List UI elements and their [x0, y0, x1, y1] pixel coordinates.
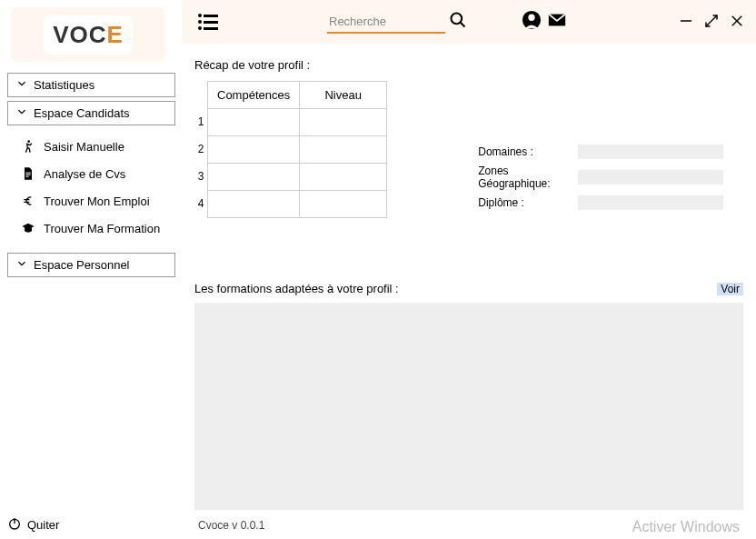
- sidebar-item-saisir[interactable]: Saisir Manuelle: [20, 133, 175, 160]
- sidebar-group-label: Statistiques: [34, 78, 94, 92]
- svg-point-11: [27, 140, 30, 143]
- main-content: Récap de votre profil : 1 2 3 4 Compéten…: [182, 49, 756, 517]
- maximize-icon[interactable]: [703, 13, 720, 33]
- table-header-niveau: Niveau: [300, 82, 387, 109]
- svg-line-8: [706, 15, 717, 26]
- footer: Cvoce v 0.0.1 Activer Windows: [182, 519, 756, 535]
- table-row: [208, 191, 387, 218]
- chevron-down-icon: [15, 77, 34, 93]
- sidebar-item-label: Trouver Ma Formation: [44, 222, 160, 235]
- run-icon: [20, 138, 36, 155]
- menu-icon[interactable]: [198, 14, 218, 30]
- logo: VOCE: [44, 15, 133, 55]
- mail-icon[interactable]: [547, 10, 567, 34]
- sidebar-item-label: Saisir Manuelle: [44, 140, 124, 154]
- svg-rect-14: [25, 176, 28, 177]
- profile-fields: Domaines : Zones Géographique: Diplôme :: [478, 145, 723, 215]
- activate-windows-watermark: Activer Windows: [632, 519, 740, 535]
- formations-title: Les formations adaptées à votre profil :: [194, 282, 399, 295]
- close-icon[interactable]: [729, 13, 745, 33]
- svg-point-5: [528, 15, 534, 21]
- field-value-domaines: [578, 145, 723, 159]
- table-row: [208, 164, 387, 191]
- recap-title: Récap de votre profil :: [194, 58, 743, 72]
- table-row: [208, 109, 387, 136]
- row-number: 2: [194, 135, 207, 163]
- quit-button[interactable]: Quiter: [7, 516, 59, 534]
- minimize-icon[interactable]: [678, 13, 694, 33]
- power-icon: [7, 516, 27, 534]
- table-row: [208, 136, 387, 164]
- user-icon[interactable]: [522, 10, 542, 34]
- svg-rect-12: [25, 173, 30, 174]
- field-label-domaines: Domaines :: [478, 145, 578, 158]
- voir-link[interactable]: Voir: [717, 283, 743, 295]
- graduation-icon: [20, 220, 36, 236]
- svg-point-2: [452, 14, 463, 25]
- sidebar-group-label: Espace Personnel: [34, 258, 130, 272]
- field-value-diplome: [578, 195, 723, 210]
- svg-line-3: [461, 23, 465, 27]
- recap-table: 1 2 3 4 Compétences Niveau: [194, 81, 387, 218]
- table-header-competences: Compétences: [208, 82, 300, 109]
- sidebar-group-label: Espace Candidats: [34, 106, 130, 120]
- sidebar-item-emploi[interactable]: Trouver Mon Emploi: [20, 187, 175, 215]
- field-label-diplome: Diplôme :: [478, 196, 578, 209]
- row-number: 4: [194, 190, 207, 217]
- sidebar-item-analyse[interactable]: Analyse de Cvs: [20, 160, 175, 187]
- search-icon[interactable]: [449, 11, 467, 33]
- field-label-zones: Zones Géographique:: [478, 165, 578, 190]
- svg-rect-13: [25, 175, 30, 175]
- logo-area: VOCE: [11, 7, 165, 62]
- top-bar: [182, 0, 756, 44]
- sidebar-item-label: Analyse de Cvs: [44, 167, 125, 181]
- chevron-down-icon: [15, 105, 34, 121]
- sidebar-item-label: Trouver Mon Emploi: [44, 195, 150, 208]
- sidebar-group-candidats[interactable]: Espace Candidats: [7, 101, 175, 125]
- sidebar: Statistiques Espace Candidats Saisir Man…: [7, 73, 175, 281]
- row-number: 3: [194, 163, 207, 190]
- sidebar-item-formation[interactable]: Trouver Ma Formation: [20, 215, 175, 242]
- document-icon: [20, 165, 36, 182]
- formations-panel: [194, 303, 743, 510]
- sidebar-group-stats[interactable]: Statistiques: [7, 73, 175, 97]
- sidebar-group-personnel[interactable]: Espace Personnel: [7, 253, 175, 277]
- quit-label: Quiter: [27, 518, 59, 532]
- euro-icon: [20, 193, 36, 209]
- version-label: Cvoce v 0.0.1: [198, 519, 264, 535]
- search-input[interactable]: [327, 11, 445, 34]
- field-value-zones: [578, 170, 723, 185]
- row-number: 1: [194, 108, 207, 135]
- chevron-down-icon: [15, 257, 34, 273]
